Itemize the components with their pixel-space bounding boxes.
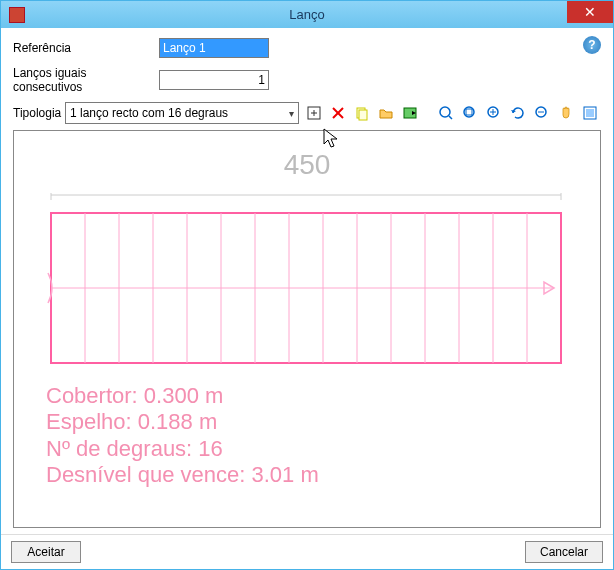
cancel-button[interactable]: Cancelar bbox=[525, 541, 603, 563]
stair-info: Cobertor: 0.300 m Espelho: 0.188 m Nº de… bbox=[46, 383, 319, 489]
zoom-out-icon[interactable] bbox=[531, 102, 553, 124]
tipologia-selected: 1 lanço recto com 16 degraus bbox=[70, 106, 228, 120]
consecutivos-input[interactable] bbox=[159, 70, 269, 90]
open-icon[interactable] bbox=[375, 102, 397, 124]
redraw-icon[interactable] bbox=[507, 102, 529, 124]
copy-icon[interactable] bbox=[351, 102, 373, 124]
tipologia-select[interactable]: 1 lanço recto com 16 degraus ▾ bbox=[65, 102, 299, 124]
zoom-in-icon[interactable] bbox=[483, 102, 505, 124]
titlebar: Lanço ✕ bbox=[1, 1, 613, 28]
tipologia-label: Tipologia bbox=[13, 106, 61, 120]
dimension-top: 450 bbox=[284, 149, 331, 181]
svg-rect-6 bbox=[359, 110, 367, 120]
close-button[interactable]: ✕ bbox=[567, 1, 613, 23]
referencia-input[interactable] bbox=[159, 38, 269, 58]
svg-line-10 bbox=[449, 116, 452, 119]
zoom-extents-icon[interactable] bbox=[459, 102, 481, 124]
consecutivos-label: Lanços iguais consecutivos bbox=[13, 66, 153, 94]
desnivel-value: Desnível que vence: 3.01 m bbox=[46, 462, 319, 488]
content-area: ? Referência Lanços iguais consecutivos … bbox=[1, 28, 613, 534]
espelho-value: Espelho: 0.188 m bbox=[46, 409, 319, 435]
svg-rect-20 bbox=[586, 109, 594, 117]
stair-diagram bbox=[46, 193, 566, 373]
chevron-down-icon: ▾ bbox=[289, 108, 294, 119]
print-icon[interactable] bbox=[579, 102, 601, 124]
toolbar bbox=[303, 102, 601, 124]
referencia-label: Referência bbox=[13, 41, 153, 55]
cobertor-value: Cobertor: 0.300 m bbox=[46, 383, 319, 409]
drawing-canvas[interactable]: 450 bbox=[13, 130, 601, 528]
accept-button[interactable]: Aceitar bbox=[11, 541, 81, 563]
svg-rect-12 bbox=[466, 109, 472, 115]
library-icon[interactable] bbox=[399, 102, 421, 124]
add-icon[interactable] bbox=[303, 102, 325, 124]
zoom-window-icon[interactable] bbox=[435, 102, 457, 124]
window-title: Lanço bbox=[289, 7, 324, 22]
degraus-value: Nº de degraus: 16 bbox=[46, 436, 319, 462]
delete-icon[interactable] bbox=[327, 102, 349, 124]
footer: Aceitar Cancelar bbox=[1, 534, 613, 569]
app-icon bbox=[9, 7, 25, 23]
svg-point-9 bbox=[440, 107, 450, 117]
pan-icon[interactable] bbox=[555, 102, 577, 124]
dialog-window: Lanço ✕ ? Referência Lanços iguais conse… bbox=[0, 0, 614, 570]
help-icon[interactable]: ? bbox=[583, 36, 601, 54]
